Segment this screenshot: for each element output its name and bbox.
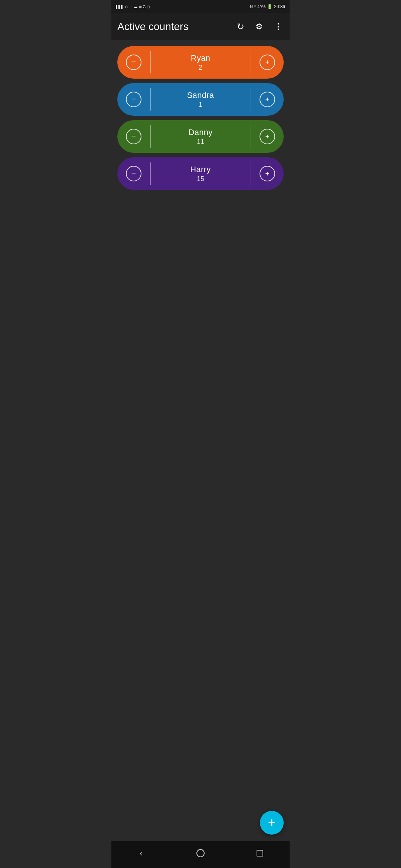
app-bar: Active counters ↺ ⚙ ⋮ [111,13,290,40]
nav-bar: ‹ [111,841,290,868]
minus-harry-icon: − [126,166,141,181]
plus-harry-icon: + [260,166,275,181]
counter-row-sandra: − Sandra 1 + [117,83,284,116]
instagram-icon: ⊡ [147,5,150,9]
counter-name-danny: Danny [188,128,212,137]
counter-value-harry: 15 [197,175,204,183]
counter-info-harry[interactable]: Harry 15 [151,165,251,183]
counter-row-ryan: − Ryan 2 + [117,46,284,79]
decrement-harry-button[interactable]: − [117,157,150,190]
dots-icon: ··· [129,5,132,9]
counter-info-ryan[interactable]: Ryan 2 [151,53,251,72]
minus-danny-icon: − [126,129,141,144]
home-icon [196,849,205,857]
more-options-button[interactable]: ⋮ [272,21,284,33]
history-icon: ↺ [237,22,244,32]
counter-row-harry: − Harry 15 + [117,157,284,190]
increment-sandra-button[interactable]: + [251,83,284,116]
wifi-icon: ⊙ [125,5,128,9]
battery-text: 49% [257,4,265,9]
plus-sandra-icon: + [260,92,275,107]
counter-value-danny: 11 [197,138,204,146]
increment-ryan-button[interactable]: + [251,46,284,79]
google-icon: G [143,5,146,9]
increment-danny-button[interactable]: + [251,120,284,153]
status-left-icons: ▌▌▌ ⊙ ··· ☁ ⊕ G ⊡ ··· [116,4,154,9]
counter-info-sandra[interactable]: Sandra 1 [151,91,251,109]
more-icon: ⋮ [274,23,282,31]
nav-home-button[interactable] [190,846,211,861]
history-button[interactable]: ↺ [235,21,247,33]
fab-plus-icon: + [268,816,276,829]
app-bar-actions: ↺ ⚙ ⋮ [235,21,284,33]
cloud-icon: ☁ [133,4,138,9]
add-counter-fab[interactable]: + [260,811,284,835]
counter-name-ryan: Ryan [191,53,211,63]
counter-name-harry: Harry [190,165,211,174]
settings-button[interactable]: ⚙ [253,21,265,33]
minus-ryan-icon: − [126,55,141,70]
time: 20:36 [274,4,285,9]
decrement-ryan-button[interactable]: − [117,46,150,79]
globe-icon: ⊕ [139,5,142,9]
status-bar: ▌▌▌ ⊙ ··· ☁ ⊕ G ⊡ ··· N * 49% 🔋 20:36 [111,0,290,13]
plus-ryan-icon: + [260,55,275,70]
status-right-icons: N * 49% 🔋 20:36 [250,4,285,9]
signal-icon: ▌▌▌ [116,5,124,9]
counter-name-sandra: Sandra [187,91,214,100]
gear-icon: ⚙ [255,22,263,32]
decrement-sandra-button[interactable]: − [117,83,150,116]
counter-info-danny[interactable]: Danny 11 [151,128,251,146]
minus-sandra-icon: − [126,92,141,107]
bluetooth-icon: * [254,4,256,9]
counter-value-ryan: 2 [199,64,202,72]
plus-danny-icon: + [260,129,275,144]
more-status-icon: ··· [151,5,154,9]
increment-harry-button[interactable]: + [251,157,284,190]
counter-value-sandra: 1 [199,101,202,109]
content-area: − Ryan 2 + − Sandra 1 + [111,40,290,841]
recent-icon [257,850,263,857]
back-icon: ‹ [140,848,143,858]
battery-icon: 🔋 [267,4,273,9]
decrement-danny-button[interactable]: − [117,120,150,153]
counter-row-danny: − Danny 11 + [117,120,284,153]
page-title: Active counters [117,21,235,33]
nav-recent-button[interactable] [250,846,270,861]
nav-back-button[interactable]: ‹ [131,846,151,861]
nfc-icon: N [250,5,252,9]
